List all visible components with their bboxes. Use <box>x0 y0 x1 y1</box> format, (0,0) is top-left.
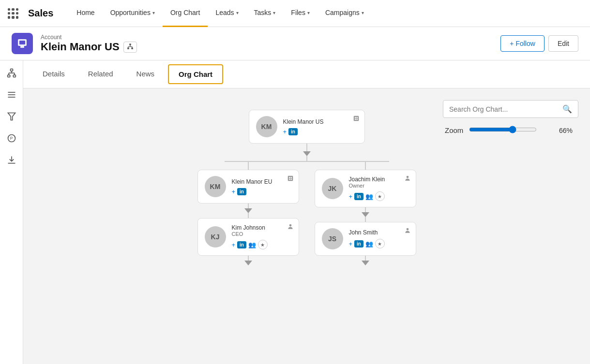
nav-tasks[interactable]: Tasks ▾ <box>246 0 284 27</box>
node-kim-johnson[interactable]: KJ Kim Johnson CEO + in 👥 ★ <box>197 218 299 256</box>
tab-org-chart[interactable]: Org Chart <box>168 64 223 84</box>
account-actions: + Follow Edit <box>500 35 578 52</box>
add-button-eu[interactable]: + <box>232 188 236 195</box>
linkedin-jk[interactable]: in <box>354 193 363 200</box>
list-icon[interactable] <box>7 90 16 102</box>
tab-related[interactable]: Related <box>76 63 125 86</box>
chevron-down-icon: ▾ <box>307 10 310 15</box>
person-icon-js <box>404 227 411 235</box>
node-add-button[interactable]: + <box>283 128 287 135</box>
people-icon-js[interactable]: 👥 <box>365 240 373 248</box>
org-chart-area: 🔍 Zoom 66% KM Klein <box>23 88 590 340</box>
connector-to-l3-right <box>362 207 369 222</box>
tab-news[interactable]: News <box>125 63 166 86</box>
node-info-jk: Joachim Klein Owner + in 👥 ★ <box>349 176 409 201</box>
nav-leads[interactable]: Leads ▾ <box>208 0 246 27</box>
chevron-down-icon: ▾ <box>236 10 239 15</box>
svg-rect-25 <box>353 116 359 121</box>
star-icon-kj[interactable]: ★ <box>258 240 268 249</box>
branch-right: JK Joachim Klein Owner + in 👥 ★ <box>315 162 416 265</box>
nav-opportunities[interactable]: Opportunities ▾ <box>103 0 163 27</box>
node-actions-kj: + in 👥 ★ <box>232 240 292 249</box>
node-title-jk: Joachim Klein <box>349 176 409 183</box>
nav-org-chart[interactable]: Org Chart <box>163 0 208 27</box>
connector-to-l3 <box>244 204 252 218</box>
svg-marker-20 <box>8 113 15 120</box>
follow-button[interactable]: + Follow <box>500 35 545 52</box>
svg-rect-34 <box>290 179 291 180</box>
add-button-kj[interactable]: + <box>232 241 236 248</box>
v-line-r <box>365 207 366 212</box>
svg-rect-1 <box>19 41 25 44</box>
linkedin-js[interactable]: in <box>354 240 363 248</box>
content-area: P Details Related News Org Chart <box>0 60 590 364</box>
people-icon-jk[interactable]: 👥 <box>365 193 373 200</box>
download-icon[interactable] <box>7 155 16 167</box>
main-content: Details Related News Org Chart 🔍 Zoom <box>23 60 590 364</box>
star-icon-js[interactable]: ★ <box>375 239 385 248</box>
people-icon-kj[interactable]: 👥 <box>248 241 256 248</box>
top-nav: Sales Home Opportunities ▾ Org Chart Lea… <box>0 0 590 27</box>
node-avatar-js: JS <box>322 228 343 249</box>
account-info: Account Klein Manor US <box>41 34 493 53</box>
node-title: Klein Manor US <box>283 118 358 125</box>
svg-rect-27 <box>356 117 357 118</box>
down-arrow-icon <box>303 151 311 156</box>
edit-button[interactable]: Edit <box>548 35 578 52</box>
level2-nodes: KM Klein Manor EU + in <box>197 162 416 265</box>
account-org-button[interactable] <box>123 42 137 53</box>
chevron-down-icon: ▾ <box>273 10 275 15</box>
svg-rect-26 <box>355 117 356 118</box>
add-button-jk[interactable]: + <box>349 193 353 200</box>
down-arrow-jk <box>362 212 369 217</box>
person-icon-jk <box>404 175 411 183</box>
filter-icon[interactable] <box>7 112 16 124</box>
node-klein-manor-us[interactable]: KM Klein Manor US + in <box>249 110 365 144</box>
node-info-js: John Smith + in 👥 ★ <box>349 229 409 248</box>
svg-rect-30 <box>287 176 293 181</box>
svg-rect-28 <box>355 119 356 120</box>
node-info: Klein Manor US + in <box>283 118 358 135</box>
connector-right <box>365 162 366 170</box>
v-line <box>248 204 249 208</box>
node-title-js: John Smith <box>349 229 409 236</box>
nav-files[interactable]: Files ▾ <box>283 0 318 27</box>
account-name: Klein Manor US <box>41 41 493 53</box>
parking-icon[interactable]: P <box>7 133 16 146</box>
linkedin-eu[interactable]: in <box>237 188 246 195</box>
app-name: Sales <box>28 8 53 19</box>
org-chart-icon[interactable] <box>7 68 16 80</box>
svg-rect-29 <box>356 119 357 120</box>
linkedin-icon[interactable]: in <box>288 128 298 135</box>
chevron-down-icon: ▾ <box>362 10 364 15</box>
node-klein-manor-eu[interactable]: KM Klein Manor EU + in <box>197 170 299 204</box>
zoom-range-input[interactable] <box>469 126 537 133</box>
star-icon-jk[interactable]: ★ <box>375 191 385 201</box>
left-sidebar: P <box>0 60 23 364</box>
svg-rect-31 <box>289 177 290 178</box>
branch-left: KM Klein Manor EU + in <box>197 162 299 265</box>
linkedin-kj[interactable]: in <box>237 241 246 248</box>
add-button-js[interactable]: + <box>349 240 353 248</box>
node-joachim-klein[interactable]: JK Joachim Klein Owner + in 👥 ★ <box>315 170 416 207</box>
grid-icon[interactable] <box>8 8 18 19</box>
tab-details[interactable]: Details <box>31 63 76 86</box>
down-arrow-kj <box>244 261 252 265</box>
v-line2 <box>248 213 249 218</box>
search-icon: 🔍 <box>562 104 572 114</box>
svg-rect-10 <box>10 69 13 71</box>
node-avatar-km: KM <box>205 176 226 197</box>
right-panel: 🔍 Zoom 66% <box>443 100 578 135</box>
nav-campaigns[interactable]: Campaigns ▾ <box>318 0 372 27</box>
chevron-down-icon: ▾ <box>152 10 155 15</box>
node-actions-js: + in 👥 ★ <box>349 239 409 248</box>
svg-point-37 <box>406 228 408 231</box>
node-info-eu: Klein Manor EU + in <box>232 178 292 195</box>
nav-home[interactable]: Home <box>69 0 102 27</box>
person-icon-kj <box>287 223 294 232</box>
search-input[interactable] <box>449 105 559 113</box>
connector-line2 <box>306 156 307 161</box>
zoom-slider[interactable] <box>469 126 553 135</box>
v-line-bottom <box>248 256 249 261</box>
node-john-smith[interactable]: JS John Smith + in 👥 ★ <box>315 222 416 256</box>
